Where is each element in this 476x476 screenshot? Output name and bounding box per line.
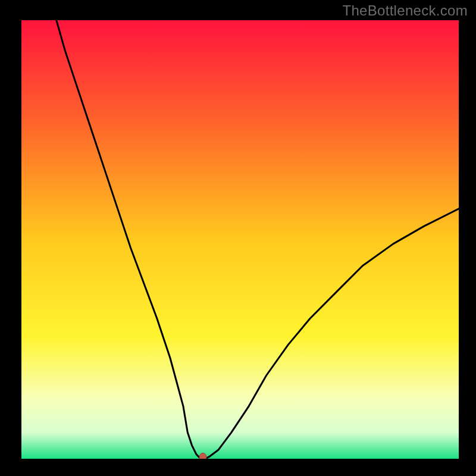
watermark: TheBottleneck.com (342, 2, 468, 19)
svg-point-1 (199, 453, 206, 459)
frame-edge-right (459, 0, 476, 476)
plot-area (21, 20, 459, 459)
frame-edge-left (0, 0, 21, 476)
optimal-point-marker (21, 20, 459, 459)
frame-edge-bottom (0, 459, 476, 476)
